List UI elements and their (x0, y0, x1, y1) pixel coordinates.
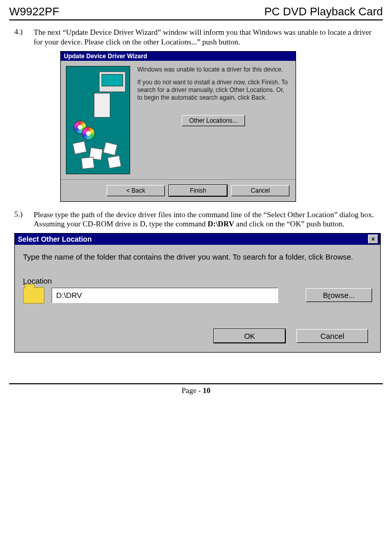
header-left: W9922PF (9, 5, 59, 18)
step-5-text: Please type the path of the device drive… (34, 210, 383, 229)
cancel-button[interactable]: Cancel (231, 185, 289, 196)
step-4: 4.) The next “Update Device Driver Wizar… (9, 28, 383, 47)
ok-button[interactable]: OK (214, 329, 285, 343)
update-driver-wizard-dialog: Update Device Driver Wizard Windows was … (60, 51, 296, 202)
location-input[interactable]: D:\DRV (52, 288, 278, 303)
pc-tower-icon (94, 93, 110, 118)
monitor-icon (99, 72, 126, 92)
other-locations-button[interactable]: Other Locations... (182, 115, 246, 126)
floppy-icon (72, 141, 87, 154)
back-button[interactable]: < Back (107, 185, 165, 196)
cancel-button[interactable]: Cancel (297, 329, 368, 343)
location-label: Location (23, 276, 372, 285)
browse-button[interactable]: Browse... (306, 288, 372, 302)
cd-icon (82, 127, 95, 140)
wizard-side-image (66, 66, 130, 174)
dialog2-title-text: Select Other Location (18, 235, 92, 243)
close-icon[interactable]: × (368, 235, 378, 244)
floppy-icon (107, 155, 121, 169)
page-footer: Page - 10 (9, 383, 383, 395)
header-right: PC DVD Playback Card (264, 5, 383, 18)
step-5: 5.) Please type the path of the device d… (9, 210, 383, 229)
step-4-number: 4.) (9, 28, 34, 47)
select-other-location-dialog: Select Other Location × Type the name of… (14, 233, 381, 353)
floppy-icon (103, 142, 118, 155)
finish-button[interactable]: Finish (169, 185, 227, 196)
dialog1-titlebar: Update Device Driver Wizard (61, 52, 296, 61)
dialog2-titlebar: Select Other Location × (15, 234, 380, 245)
dialog1-message-2: If you do not want to install a driver n… (137, 79, 289, 102)
step-4-text: The next “Update Device Driver Wizard” w… (34, 28, 383, 47)
folder-icon (23, 287, 44, 304)
dialog2-instruction: Type the name of the folder that contain… (23, 252, 372, 262)
floppy-icon (81, 156, 94, 169)
page-header: W9922PF PC DVD Playback Card (9, 5, 383, 20)
dialog1-message-1: Windows was unable to locate a driver fo… (137, 66, 289, 74)
step-5-number: 5.) (9, 210, 34, 229)
